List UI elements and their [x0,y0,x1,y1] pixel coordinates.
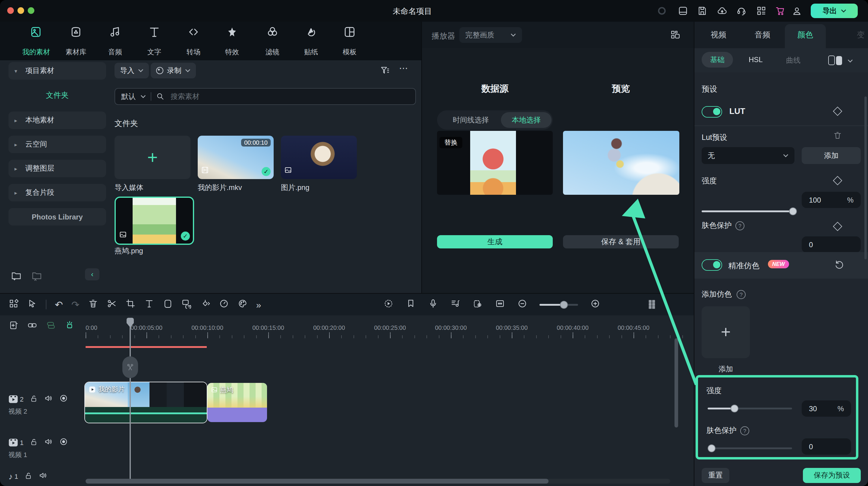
filter-funnel-icon[interactable] [380,65,390,77]
quality-select[interactable]: 完整画质 [459,27,522,43]
link-clips-icon[interactable] [27,320,37,332]
lock-icon[interactable] [30,394,38,404]
speaker-icon[interactable] [44,394,53,404]
image-media-tile[interactable] [281,136,357,179]
delete-icon[interactable] [88,299,98,310]
speech-to-text-icon[interactable] [181,299,192,310]
chevron-down-icon[interactable] [847,59,853,63]
hl-skin-value-box[interactable]: 0 [802,438,851,455]
save-preset-button[interactable]: 保存为预设 [803,468,861,483]
mask-icon[interactable] [163,299,173,310]
auto-ripple-icon[interactable] [64,320,75,332]
new-folder-icon[interactable] [11,270,22,283]
sidebar-item-photos-library[interactable]: Photos Library [8,208,106,225]
visibility-eye-icon[interactable] [59,394,68,404]
sidebar-item-cloud[interactable]: ▸ 云空间 [8,136,106,153]
sidebar-item-compound-clip[interactable]: ▸ 复合片段 [8,184,106,202]
zoom-in-icon[interactable] [590,299,600,310]
clip-yanjiu[interactable]: 燕鸠 [207,383,267,422]
keyframe-diamond-icon[interactable] [833,107,842,116]
hl-skin-slider[interactable] [708,447,792,449]
add-match-tile[interactable]: + [702,306,750,358]
playhead-scissors-handle[interactable] [122,356,138,378]
skin-protect-value-box[interactable]: 0 [802,236,861,253]
speaker-icon[interactable] [38,471,48,481]
timeline-ruler[interactable]: 00:00:00 00:00:05:00 00:00:10:00 00:00:1… [86,315,692,339]
generate-button[interactable]: 生成 [437,235,553,248]
undo-icon[interactable]: ↶ [55,299,63,310]
minimize-window-icon[interactable] [18,7,24,14]
sidebar-item-local-media[interactable]: ▸ 本地素材 [8,112,106,129]
split-scissors-icon[interactable] [107,299,117,310]
maximize-window-icon[interactable] [28,7,34,14]
help-icon[interactable]: ? [737,290,746,299]
subtab-hsl[interactable]: HSL [749,56,763,64]
text-tool-icon[interactable] [144,299,154,310]
lut-add-button[interactable]: 添加 [802,147,861,164]
keyframe-diamond-icon[interactable] [833,221,842,231]
timeline-hscroll-handle[interactable] [86,479,549,484]
add-to-timeline-icon[interactable] [8,320,19,332]
replace-chip[interactable]: 替换 [439,137,462,148]
lock-icon[interactable] [24,471,33,481]
tab-templates[interactable]: 模板 [330,25,369,57]
help-icon[interactable]: ? [735,221,744,230]
tab-text[interactable]: 文字 [135,25,174,57]
preview-thumbnail[interactable] [563,131,679,195]
zoom-out-icon[interactable] [517,299,527,310]
tab-stickers[interactable]: 贴纸 [292,25,330,57]
audio-mixer-icon[interactable] [450,299,461,310]
tab-stock-media[interactable]: 素材库 [57,25,95,57]
sidebar-item-project-media[interactable]: ▾ 项目素材 [8,62,106,80]
color-palette-icon[interactable] [238,299,248,310]
screen-record-icon[interactable] [472,299,483,310]
compare-view-icon[interactable] [828,56,842,65]
sort-select[interactable]: 默认 [121,91,135,101]
selected-media-tile[interactable]: ✓ [115,196,194,245]
tab-partial[interactable]: 变 [843,30,868,40]
tab-filters[interactable]: 滤镜 [253,25,292,57]
tab-transitions[interactable]: 转场 [174,25,213,57]
record-button[interactable]: 录制 [151,63,196,79]
media-pool-icon[interactable] [8,299,19,310]
lut-toggle[interactable] [702,106,722,118]
microphone-icon[interactable] [428,299,438,310]
status-circle-icon[interactable] [656,5,667,16]
tab-local-select[interactable]: 本地选择 [501,112,552,128]
tab-video[interactable]: 视频 [701,30,737,40]
marker-icon[interactable] [406,299,416,310]
color-match-toggle[interactable] [702,259,722,271]
delete-folder-icon[interactable] [31,270,42,283]
timeline-hscroll-track[interactable] [86,479,670,484]
speaker-icon[interactable] [44,437,53,447]
speed-icon[interactable] [219,299,229,310]
import-button[interactable]: 导入 [115,63,149,79]
search-input[interactable] [169,92,352,101]
collapse-sidebar-button[interactable]: ‹ [85,268,99,280]
lock-icon[interactable] [30,437,38,447]
playhead-line[interactable] [130,320,130,479]
hl-strength-value-box[interactable]: 30 % [802,400,851,417]
close-window-icon[interactable] [7,7,14,14]
import-media-tile[interactable]: + [115,136,190,179]
export-button[interactable]: 导出 [811,4,858,18]
tab-timeline-select[interactable]: 时间线选择 [441,112,501,128]
panel-layout-icon[interactable] [678,5,688,16]
more-options-icon[interactable]: ⋯ [399,63,408,73]
sidebar-item-adjustment-layer[interactable]: ▸ 调整图层 [8,160,106,177]
layout-view-icon[interactable] [670,30,681,41]
strength-slider[interactable] [702,210,793,212]
subtab-basic[interactable]: 基础 [702,52,733,67]
trash-icon[interactable] [833,131,842,142]
clip-my-video[interactable]: 我的影片 [84,382,207,423]
reset-icon[interactable] [834,259,844,271]
magnet-snap-icon[interactable] [46,320,56,332]
timeline-zoom-slider[interactable] [539,304,578,305]
reset-button[interactable]: 重置 [702,468,730,483]
sidebar-item-folder-active[interactable]: 文件夹 [8,90,106,101]
tab-audio[interactable]: 音频 [96,25,134,57]
save-icon[interactable] [697,5,708,16]
cart-icon[interactable] [775,5,785,16]
cloud-sync-icon[interactable] [717,5,727,16]
strength-value-box[interactable]: 100 % [802,192,861,208]
